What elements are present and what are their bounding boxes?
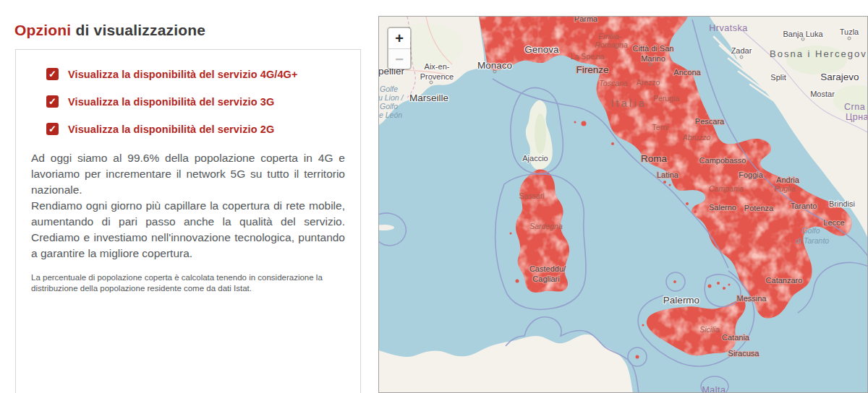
coverage-description-line2: Rendiamo ogni giorno più capillare la co… xyxy=(31,198,345,262)
map-label: Pescara xyxy=(695,117,725,126)
map-label: Italia xyxy=(610,97,647,109)
map-label: Cagliari xyxy=(532,275,559,283)
checkbox-checked-icon[interactable]: ✓ xyxy=(46,123,59,135)
map-label: Golfo xyxy=(380,102,398,111)
map-label: Puglia xyxy=(774,184,795,193)
map-label: Catania xyxy=(722,333,750,342)
map-label: Golfe xyxy=(380,85,398,93)
map-zoom-control: + − xyxy=(387,27,412,70)
page-title-rest: di visualizzazione xyxy=(71,22,205,38)
map-label: Banja Luka xyxy=(783,30,823,38)
map-label: Crna G xyxy=(844,102,867,112)
map-label: Roma xyxy=(641,153,668,164)
checkbox-checked-icon[interactable]: ✓ xyxy=(46,68,59,80)
map-label: Marseille xyxy=(409,92,448,103)
coverage-description-line1: Ad oggi siamo al 99.6% della popolazione… xyxy=(31,150,345,198)
checkbox-label[interactable]: Visualizza la disponibilità del servizio… xyxy=(68,124,274,135)
map-label: Campobasso xyxy=(699,156,746,165)
map-label: e León xyxy=(379,111,402,119)
map-label: Firenze xyxy=(576,64,608,75)
map-label: Hrvatska xyxy=(709,23,747,33)
service-checkbox-row-1[interactable]: ✓Visualizza la disponibilità del servizi… xyxy=(46,95,360,108)
map-label: Siracusa xyxy=(728,349,760,358)
map-label: Potenza xyxy=(744,204,774,212)
map-label: Città di San xyxy=(633,44,674,53)
map-label: Taranto xyxy=(791,202,817,210)
service-checkbox-row-2[interactable]: ✓Visualizza la disponibilità del servizi… xyxy=(46,123,360,135)
map-label: Palermo xyxy=(663,295,699,306)
page-title: Opzioni di visualizzazione xyxy=(14,22,205,39)
map-label: Tuzla xyxy=(840,27,859,36)
map-label: Genova xyxy=(524,44,559,55)
map-label: Salerno xyxy=(709,203,736,212)
map-label: Sarajevo xyxy=(820,72,859,82)
map-svg: pellierAix-en-ProvenceMarseilleMonacoGen… xyxy=(379,17,867,392)
map-label: Terni xyxy=(652,123,669,131)
options-panel: ✓Visualizza la disponibilità del servizi… xyxy=(15,49,361,393)
coverage-description: Ad oggi siamo al 99.6% della popolazione… xyxy=(31,150,345,262)
map-label: Catanzaro xyxy=(766,276,803,285)
map-label: Mostar xyxy=(810,90,835,98)
map-label: Zadar xyxy=(731,46,752,55)
map-label: Bosna i Hercegovina xyxy=(770,48,867,59)
page-title-highlight: Opzioni xyxy=(14,22,71,38)
map-label: Monaco xyxy=(477,60,512,71)
checkbox-list: ✓Visualizza la disponibilità del servizi… xyxy=(16,68,360,135)
map-label: Golfo xyxy=(801,226,820,235)
map-label: Split xyxy=(770,73,786,82)
map-label: Andria xyxy=(776,176,800,184)
map-label: Casteddu/ xyxy=(529,264,566,273)
map-label: Malta xyxy=(702,385,726,392)
map-label: u Lion / xyxy=(379,93,404,102)
map-label: di Taranto xyxy=(796,236,829,245)
map-label: Brindisi xyxy=(829,199,855,208)
map-label: Provence xyxy=(420,72,454,81)
zoom-out-button[interactable]: − xyxy=(388,48,410,69)
map-label: Parma xyxy=(574,17,598,23)
service-checkbox-row-0[interactable]: ✓Visualizza la disponibilità del servizi… xyxy=(46,68,360,80)
map-label: Perugia xyxy=(653,94,679,103)
istat-footnote: La percentuale di popolazione coperta è … xyxy=(31,272,345,294)
map-label: Abruzzo xyxy=(682,133,711,142)
map-label: Црна Г xyxy=(846,112,867,122)
map-label: La Spezia xyxy=(571,52,605,61)
map-label: Marino xyxy=(641,54,665,63)
coverage-map-canvas[interactable]: + − xyxy=(378,16,868,393)
checkbox-label[interactable]: Visualizza la disponibilità del servizio… xyxy=(68,69,298,80)
checkbox-checked-icon[interactable]: ✓ xyxy=(46,95,59,108)
map-label: Foggia xyxy=(739,170,764,179)
map-label: Emilia- xyxy=(598,32,622,40)
map-label: Messina xyxy=(737,294,767,303)
map-label: Aix-en- xyxy=(425,62,450,71)
map-label: Ancona xyxy=(673,68,701,77)
map-label: Romagna xyxy=(595,40,628,49)
map-label: Campania xyxy=(709,184,744,193)
map-label: Sardegna xyxy=(529,222,563,230)
checkbox-label[interactable]: Visualizza la disponibilità del servizio… xyxy=(68,96,274,108)
map-label: Toscana xyxy=(599,79,627,87)
map-label: Lecce xyxy=(823,218,844,227)
map-label: Sassari xyxy=(519,191,544,200)
map-label: Ajaccio xyxy=(522,154,548,163)
map-label: Arezzo xyxy=(637,78,660,87)
zoom-in-button[interactable]: + xyxy=(388,28,410,48)
map-label: Sicilia xyxy=(699,325,720,334)
map-label: Latina xyxy=(657,170,679,179)
